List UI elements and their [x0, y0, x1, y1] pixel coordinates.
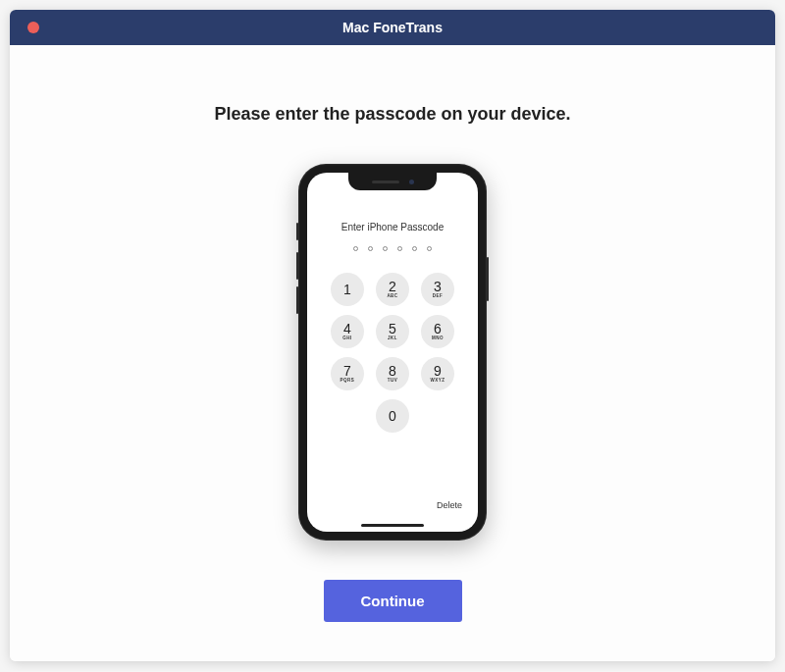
keypad-key-8: 8 TUV — [376, 357, 409, 390]
keypad-key-3: 3 DEF — [421, 273, 454, 306]
key-number: 2 — [389, 280, 396, 293]
window-title: Mac FoneTrans — [342, 20, 443, 35]
titlebar: Mac FoneTrans — [10, 10, 775, 45]
key-number: 7 — [343, 364, 351, 378]
key-letters: PQRS — [340, 379, 355, 384]
home-indicator-icon — [361, 524, 424, 527]
delete-label: Delete — [437, 500, 462, 510]
passcode-dots — [353, 246, 432, 251]
key-letters: TUV — [388, 379, 398, 384]
keypad-key-2: 2 ABC — [376, 273, 409, 306]
app-window: Mac FoneTrans Please enter the passcode … — [10, 10, 775, 661]
passcode-prompt-title: Enter iPhone Passcode — [341, 222, 445, 233]
continue-button[interactable]: Continue — [324, 580, 462, 622]
phone-notch-icon — [348, 173, 437, 190]
key-number: 9 — [434, 364, 442, 378]
key-letters: MNO — [432, 336, 444, 341]
key-letters: GHI — [342, 336, 352, 341]
passcode-dot — [397, 246, 402, 251]
keypad-key-6: 6 MNO — [421, 315, 454, 348]
passcode-dot — [412, 246, 417, 251]
key-number: 8 — [389, 364, 396, 378]
phone-volume-up-icon — [296, 252, 298, 280]
phone-illustration: Enter iPhone Passcode 1 — [298, 164, 487, 541]
passcode-dot — [353, 246, 358, 251]
phone-power-button-icon — [487, 257, 489, 301]
keypad-key-0: 0 — [376, 399, 409, 433]
phone-screen: Enter iPhone Passcode 1 — [307, 173, 478, 532]
close-icon[interactable] — [27, 22, 39, 33]
notch-speaker-icon — [372, 181, 399, 183]
key-number: 5 — [389, 322, 396, 336]
key-letters: DEF — [433, 294, 444, 299]
instruction-text: Please enter the passcode on your device… — [29, 104, 756, 125]
keypad: 1 2 ABC 3 DEF — [331, 273, 454, 433]
key-letters: WXYZ — [431, 379, 445, 384]
passcode-dot — [383, 246, 388, 251]
key-number: 6 — [434, 322, 442, 336]
main-content: Please enter the passcode on your device… — [10, 45, 775, 661]
passcode-dot — [427, 246, 432, 251]
key-letters: ABC — [387, 294, 397, 299]
phone-body: Enter iPhone Passcode 1 — [298, 164, 487, 541]
keypad-key-1: 1 — [331, 273, 364, 306]
keypad-key-5: 5 JKL — [376, 315, 409, 348]
phone-mute-switch-icon — [296, 223, 298, 240]
screen-content: Enter iPhone Passcode 1 — [307, 173, 478, 532]
passcode-dot — [368, 246, 373, 251]
notch-camera-icon — [409, 180, 414, 184]
keypad-key-9: 9 WXYZ — [421, 357, 454, 390]
phone-volume-down-icon — [296, 286, 298, 314]
keypad-key-4: 4 GHI — [331, 315, 364, 348]
key-letters: JKL — [388, 336, 397, 341]
keypad-key-7: 7 PQRS — [331, 357, 364, 390]
key-number: 3 — [434, 280, 442, 293]
key-number: 1 — [343, 283, 351, 296]
key-number: 0 — [389, 409, 396, 423]
key-number: 4 — [343, 322, 351, 336]
